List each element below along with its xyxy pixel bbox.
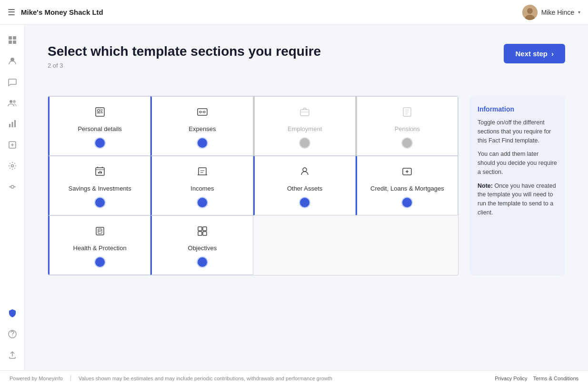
- other-assets-icon: [299, 166, 310, 180]
- card-personal-details[interactable]: Personal details: [48, 96, 150, 156]
- sidebar-item-integrations[interactable]: [3, 177, 22, 196]
- cards-grid-area: Personal details Expenses: [48, 96, 458, 275]
- sidebar-item-groups[interactable]: [3, 93, 22, 112]
- svg-rect-25: [300, 110, 309, 116]
- svg-point-24: [203, 111, 205, 113]
- card-credit-loans-mortgages[interactable]: Credit, Loans & Mortgages: [356, 156, 458, 215]
- personal-details-label: Personal details: [78, 125, 122, 133]
- pensions-icon: [401, 106, 413, 121]
- pensions-toggle[interactable]: [402, 138, 412, 148]
- menu-icon[interactable]: ☰: [8, 7, 15, 18]
- savings-investments-icon: [94, 166, 106, 180]
- objectives-icon: [197, 225, 208, 240]
- main-content: Select which template sections you requi…: [25, 25, 588, 370]
- sidebar-item-shield[interactable]: [3, 304, 22, 323]
- info-text1: Toggle on/off the different sections tha…: [478, 118, 558, 145]
- svg-rect-3: [9, 36, 12, 40]
- employment-toggle[interactable]: [300, 138, 309, 148]
- svg-point-1: [527, 8, 533, 14]
- svg-rect-34: [198, 232, 202, 235]
- sidebar-item-clients[interactable]: [3, 51, 22, 71]
- avatar: [522, 5, 538, 20]
- health-protection-icon: [94, 225, 106, 240]
- info-note: Note: Once you have created the template…: [478, 182, 558, 217]
- svg-rect-30: [96, 227, 104, 235]
- employment-icon: [299, 106, 310, 121]
- svg-point-17: [97, 110, 100, 112]
- incomes-toggle[interactable]: [198, 198, 207, 207]
- footer-notice: Values shown may be estimates and may in…: [79, 376, 495, 381]
- svg-point-23: [199, 111, 201, 113]
- sidebar-bottom: [3, 304, 22, 365]
- svg-rect-31: [98, 229, 102, 234]
- sidebar-item-help[interactable]: [3, 325, 22, 344]
- savings-investments-label: Savings & Investments: [69, 185, 131, 193]
- health-protection-toggle[interactable]: [95, 257, 105, 267]
- cards-grid: Personal details Expenses: [48, 96, 458, 275]
- footer: Powered by Moneyinfo Values shown may be…: [0, 370, 588, 386]
- expenses-label: Expenses: [189, 125, 216, 133]
- svg-rect-20: [100, 111, 102, 112]
- card-savings-investments[interactable]: Savings & Investments: [48, 156, 150, 215]
- sidebar-item-import[interactable]: [3, 135, 22, 154]
- credit-loans-mortgages-toggle[interactable]: [402, 198, 412, 207]
- card-incomes[interactable]: Incomes: [150, 156, 253, 215]
- svg-rect-32: [198, 227, 202, 231]
- other-assets-toggle[interactable]: [300, 198, 309, 207]
- incomes-label: Incomes: [190, 185, 214, 193]
- sidebar-item-settings[interactable]: [3, 156, 22, 175]
- main-layout: Select which template sections you requi…: [0, 25, 588, 370]
- card-other-assets[interactable]: Other Assets: [253, 156, 356, 215]
- svg-point-8: [10, 100, 12, 103]
- card-expenses[interactable]: Expenses: [150, 96, 253, 156]
- svg-rect-5: [9, 41, 12, 44]
- credit-loans-mortgages-label: Credit, Loans & Mortgages: [370, 185, 444, 193]
- page-step: 2 of 3: [48, 62, 321, 69]
- empty-cell-2: [356, 215, 458, 275]
- next-step-button[interactable]: Next step ›: [504, 44, 565, 63]
- footer-links: Privacy Policy Terms & Conditions: [495, 376, 578, 381]
- svg-rect-18: [97, 112, 100, 113]
- card-pensions[interactable]: Pensions: [356, 96, 458, 156]
- card-employment[interactable]: Employment: [253, 96, 356, 156]
- sidebar: [0, 25, 25, 370]
- objectives-label: Objectives: [188, 244, 217, 253]
- objectives-toggle[interactable]: [198, 257, 207, 267]
- sidebar-item-messages[interactable]: [3, 72, 22, 91]
- pensions-label: Pensions: [395, 125, 420, 133]
- credit-loans-mortgages-icon: [401, 166, 413, 180]
- employment-label: Employment: [288, 125, 322, 133]
- svg-rect-10: [9, 124, 10, 127]
- svg-rect-12: [14, 120, 16, 127]
- info-note-label: Note:: [478, 183, 493, 189]
- topbar: ☰ Mike's Money Shack Ltd Mike Hince ▾: [0, 0, 588, 25]
- health-protection-label: Health & Protection: [73, 244, 127, 253]
- terms-link[interactable]: Terms & Conditions: [533, 376, 578, 381]
- svg-rect-16: [96, 108, 104, 116]
- expenses-icon: [197, 106, 208, 121]
- savings-investments-toggle[interactable]: [95, 198, 105, 207]
- svg-rect-11: [11, 122, 13, 127]
- user-menu[interactable]: Mike Hince ▾: [522, 5, 580, 20]
- info-title: Information: [478, 104, 558, 114]
- footer-powered-by: Powered by Moneyinfo: [10, 376, 71, 381]
- privacy-policy-link[interactable]: Privacy Policy: [495, 376, 527, 381]
- sidebar-item-reports[interactable]: [3, 114, 22, 133]
- svg-rect-19: [100, 110, 103, 110]
- svg-rect-6: [13, 41, 16, 44]
- sidebar-item-export[interactable]: [3, 345, 22, 365]
- card-health-protection[interactable]: Health & Protection: [48, 215, 150, 275]
- other-assets-label: Other Assets: [287, 185, 322, 193]
- personal-details-toggle[interactable]: [95, 138, 105, 148]
- page-title: Select which template sections you requi…: [48, 44, 321, 59]
- expenses-toggle[interactable]: [198, 138, 207, 148]
- user-chevron-icon: ▾: [578, 10, 580, 15]
- info-panel: Information Toggle on/off the different …: [470, 96, 565, 275]
- username-label: Mike Hince: [541, 9, 574, 16]
- sidebar-item-dashboard[interactable]: [3, 30, 22, 50]
- header-row: Select which template sections you requi…: [48, 44, 565, 82]
- info-text2: You can add them later should you decide…: [478, 150, 558, 176]
- card-objectives[interactable]: Objectives: [150, 215, 253, 275]
- app-title: Mike's Money Shack Ltd: [21, 8, 517, 16]
- incomes-icon: [197, 166, 208, 180]
